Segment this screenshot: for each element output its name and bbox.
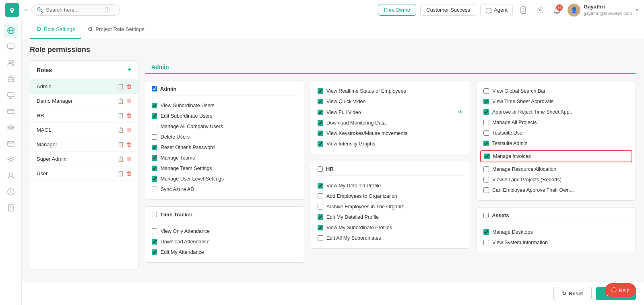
group-header-checkbox[interactable] <box>152 212 157 217</box>
document-icon-btn[interactable] <box>517 4 530 17</box>
agent-button[interactable]: ◯ Agent <box>480 4 513 16</box>
copy-icon[interactable]: 📋 <box>118 98 124 104</box>
group-header-checkbox[interactable] <box>483 213 489 218</box>
tab-role-settings[interactable]: ⚙ Role Settings <box>30 20 81 39</box>
perm-checkbox[interactable] <box>152 239 157 245</box>
delete-icon[interactable]: 🗑 <box>126 170 132 176</box>
sidebar-item-file[interactable] <box>4 201 18 215</box>
nav-expand-icon[interactable]: ›› <box>24 7 27 13</box>
copy-icon[interactable]: 📋 <box>118 156 124 162</box>
sidebar-item-briefcase[interactable] <box>4 72 18 86</box>
perm-checkbox[interactable] <box>318 204 323 210</box>
sidebar-item-gear[interactable] <box>4 152 18 167</box>
perm-checkbox[interactable] <box>318 235 323 241</box>
perm-checkbox[interactable] <box>318 99 323 104</box>
perm-checkbox[interactable] <box>152 113 157 119</box>
delete-icon[interactable]: 🗑 <box>126 127 132 133</box>
perm-checkbox[interactable] <box>483 120 489 125</box>
perm-checkbox[interactable] <box>318 193 323 199</box>
roles-panel-title: Roles <box>37 67 52 73</box>
perm-checkbox[interactable] <box>483 141 489 146</box>
perm-checkbox[interactable] <box>152 187 157 192</box>
perm-checkbox[interactable] <box>483 177 489 183</box>
user-area[interactable]: 👤 Gayathri gayathri@snovasys.com ▼ <box>568 4 639 17</box>
reset-button[interactable]: ↻ Reset <box>553 287 591 300</box>
role-name: Demo Manager <box>37 98 73 104</box>
perm-checkbox[interactable] <box>152 134 157 140</box>
sidebar-item-person2[interactable] <box>4 168 18 183</box>
sidebar <box>0 20 22 305</box>
search-info-icon[interactable]: ⓘ <box>105 6 110 14</box>
perm-checkbox[interactable] <box>318 88 323 94</box>
logo[interactable] <box>5 3 19 17</box>
perm-checkbox[interactable] <box>152 176 157 182</box>
help-button[interactable]: ⓘ Help <box>605 283 636 297</box>
customer-success-button[interactable]: Customer Success <box>420 4 476 16</box>
perm-checkbox[interactable] <box>152 145 157 150</box>
perm-label: Archive Employees in The Organiz... <box>326 204 408 210</box>
perm-checkbox[interactable] <box>152 155 157 161</box>
perm-checkbox[interactable] <box>483 88 489 94</box>
eye-icon[interactable]: 👁 <box>458 109 463 115</box>
role-item[interactable]: HR 📋 🗑 <box>30 108 138 123</box>
sidebar-item-globe[interactable] <box>4 23 18 38</box>
perm-checkbox[interactable] <box>483 187 489 193</box>
perm-checkbox[interactable] <box>483 229 489 235</box>
role-item[interactable]: MAC1 📋 🗑 <box>30 123 138 137</box>
copy-icon[interactable]: 📋 <box>118 141 124 147</box>
perm-checkbox[interactable] <box>318 120 323 126</box>
perm-checkbox[interactable] <box>152 228 157 234</box>
group-header-checkbox[interactable] <box>152 86 157 91</box>
delete-icon[interactable]: 🗑 <box>126 156 132 162</box>
delete-icon[interactable]: 🗑 <box>126 98 132 104</box>
sidebar-item-monitor[interactable] <box>4 39 18 54</box>
role-item[interactable]: Demo Manager 📋 🗑 <box>30 94 138 108</box>
perm-col-1: Admin View Subordinate Users Edit Subord… <box>145 81 304 270</box>
perm-checkbox[interactable] <box>318 183 323 189</box>
perm-label: Manage Team Settings <box>161 166 212 171</box>
tab-project-role-settings[interactable]: ⚙ Project Role Settings <box>81 20 151 39</box>
free-demo-button[interactable]: Free Demo <box>378 4 416 16</box>
copy-icon[interactable]: 📋 <box>118 170 124 176</box>
sidebar-item-people[interactable] <box>4 56 18 70</box>
copy-icon[interactable]: 📋 <box>118 83 124 89</box>
perm-checkbox[interactable] <box>483 99 489 104</box>
group-header-checkbox[interactable] <box>318 166 323 172</box>
perm-checkbox[interactable] <box>483 240 489 245</box>
delete-icon[interactable]: 🗑 <box>126 83 132 89</box>
search-input[interactable] <box>46 7 102 13</box>
notification-icon-btn[interactable]: 35 <box>551 4 564 17</box>
sidebar-item-mail[interactable] <box>4 136 18 151</box>
sidebar-item-clock[interactable] <box>4 185 18 199</box>
settings-icon-btn[interactable] <box>534 4 547 17</box>
role-item[interactable]: Manager 📋 🗑 <box>30 137 138 152</box>
perm-checkbox[interactable] <box>484 154 490 159</box>
role-item[interactable]: Admin 📋 🗑 <box>30 79 138 94</box>
roles-panel: Roles + Admin 📋 🗑 Demo Manager 📋 🗑 HR 📋 … <box>30 60 138 270</box>
perm-checkbox[interactable] <box>318 225 323 230</box>
copy-icon[interactable]: 📋 <box>118 127 124 133</box>
perm-checkbox[interactable] <box>483 130 489 136</box>
perm-checkbox[interactable] <box>152 166 157 171</box>
delete-icon[interactable]: 🗑 <box>126 141 132 147</box>
sidebar-item-desktop[interactable] <box>4 88 18 102</box>
role-item[interactable]: User 📋 🗑 <box>30 166 138 181</box>
perm-checkbox[interactable] <box>318 214 323 220</box>
perm-checkbox[interactable] <box>318 131 323 136</box>
roles-list: Admin 📋 🗑 Demo Manager 📋 🗑 HR 📋 🗑 MAC1 📋… <box>30 79 138 181</box>
admin-role-tab[interactable]: Admin <box>145 60 175 74</box>
sidebar-item-team[interactable] <box>4 120 18 135</box>
perm-checkbox[interactable] <box>318 141 323 147</box>
perm-checkbox[interactable] <box>483 166 489 172</box>
add-role-button[interactable]: + <box>127 66 132 74</box>
role-item[interactable]: Super Admin 📋 🗑 <box>30 152 138 166</box>
svg-point-1 <box>11 9 13 10</box>
delete-icon[interactable]: 🗑 <box>126 112 132 118</box>
perm-checkbox[interactable] <box>152 103 157 108</box>
perm-checkbox[interactable] <box>318 110 323 115</box>
perm-checkbox[interactable] <box>152 124 157 129</box>
perm-checkbox[interactable] <box>483 109 489 115</box>
copy-icon[interactable]: 📋 <box>118 112 124 118</box>
perm-checkbox[interactable] <box>152 249 157 255</box>
sidebar-item-card[interactable] <box>4 104 18 118</box>
